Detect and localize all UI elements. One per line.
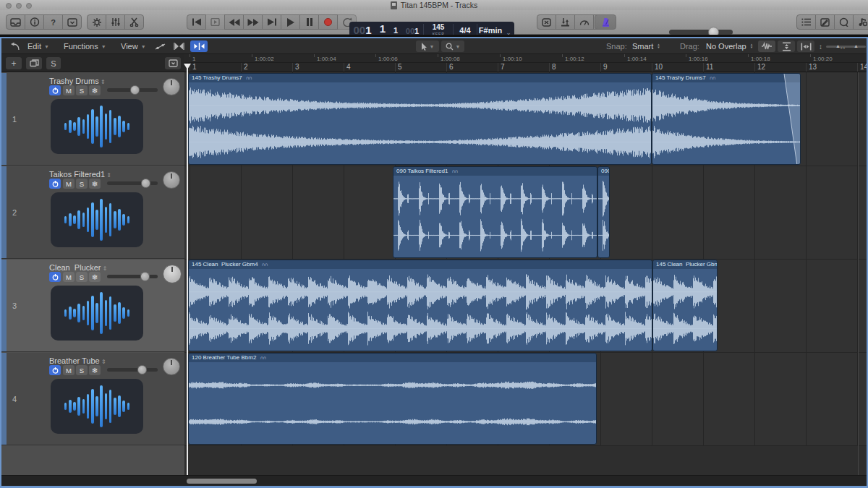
automation-icon[interactable] [153,40,168,52]
time-tick [252,54,252,57]
audio-region[interactable]: 145 Trashy Drums7∩∩ [652,73,801,165]
track-volume-slider[interactable] [107,181,158,185]
pan-knob[interactable] [163,358,180,375]
audio-region[interactable]: 145 Clean Plucker Gbm4∩∩ [188,260,652,351]
solo-button[interactable]: S [76,179,88,189]
mute-button[interactable]: M [63,365,75,375]
metronome-icon[interactable] [595,14,616,30]
horizontal-scrollbar[interactable] [1,475,867,486]
play-icon[interactable] [281,14,300,30]
fast-forward-icon[interactable] [243,14,263,30]
freeze-button[interactable]: ❄ [89,365,101,375]
drag-value-dropdown[interactable]: No Overlap ▲▼ [706,38,753,54]
catch-playhead-button[interactable] [190,40,208,52]
pan-knob[interactable] [163,171,180,189]
split-scissors-icon[interactable] [124,14,144,30]
horizontal-fit-button[interactable] [797,40,814,52]
track-header[interactable]: 3Clean Plucker ⇕MS❄ [1,260,184,352]
track-power-button[interactable] [49,85,61,95]
master-volume-slider[interactable] [669,30,733,35]
track-header[interactable]: 1Trashy Drums ⇕MS❄ [1,73,184,166]
apple-loops-icon[interactable] [834,14,854,30]
track-power-button[interactable] [49,272,61,282]
freeze-button[interactable]: ❄ [89,272,101,282]
track-name[interactable]: Clean Plucker ⇕ [49,263,107,272]
track-volume-slider[interactable] [107,275,158,278]
master-solo-button[interactable]: S [46,57,61,69]
solo-button[interactable]: S [76,365,88,375]
playhead-marker-icon[interactable] [184,64,191,69]
go-to-end-icon[interactable] [262,14,281,30]
track-volume-thumb[interactable] [130,85,140,95]
audio-region[interactable]: 145 Clean Plucker Gbm4∩∩ [652,260,718,351]
track-volume-slider[interactable] [107,368,158,372]
note-pads-icon[interactable] [815,14,835,30]
library-icon[interactable] [6,14,25,30]
track-name[interactable]: Taikos Filtered1 ⇕ [49,170,111,179]
track-volume-thumb[interactable] [141,179,150,188]
left-click-tool-menu[interactable]: ▼ [416,40,439,52]
settings-icon[interactable] [87,14,106,30]
horizontal-zoom-slider[interactable]: ▲ [847,46,866,48]
audio-region[interactable]: 145 Trashy Drums7∩∩ [188,73,652,165]
track-volume-thumb[interactable] [140,272,150,281]
vertical-auto-zoom-button[interactable] [778,40,795,52]
inspector-icon[interactable] [25,14,44,30]
playhead[interactable] [187,64,188,475]
list-editors-icon[interactable] [796,14,816,30]
horizontal-scrollbar-thumb[interactable] [187,479,257,484]
arrange-lanes[interactable]: 145 Trashy Drums7∩∩145 Trashy Drums7∩∩09… [184,72,867,475]
waveform-zoom-button[interactable] [758,40,775,52]
minimize-button[interactable] [16,3,22,9]
track-name[interactable]: Trashy Drums ⇕ [49,77,106,85]
record-icon[interactable] [318,14,338,30]
track-header[interactable]: 2Taikos Filtered1 ⇕MS❄ [1,166,184,259]
command-click-tool-menu[interactable]: ▼ [441,40,464,52]
view-menu[interactable]: View▼ [121,38,146,54]
traffic-lights[interactable] [6,3,32,9]
bar-ruler[interactable]: 11:00:021:00:041:00:061:00:081:00:101:00… [184,54,867,72]
rewind-icon[interactable] [224,14,244,30]
mute-button[interactable]: M [63,85,75,95]
track-volume-slider[interactable] [107,88,158,92]
functions-menu[interactable]: Functions▼ [64,38,106,54]
pan-knob[interactable] [163,265,182,283]
add-track-button[interactable]: + [6,57,22,69]
help-icon[interactable]: ? [43,14,63,30]
track-header-config-button[interactable] [165,57,181,69]
audio-region[interactable]: 120 Breather Tube Bbm2∩∩ [188,353,597,445]
back-arrow-icon[interactable] [10,38,20,54]
tuner-icon[interactable] [574,14,594,30]
track-power-button[interactable] [49,365,61,375]
fade-out-overlay[interactable] [783,74,800,164]
close-button[interactable] [6,3,12,9]
mute-button[interactable]: M [63,272,75,282]
media-browser-icon[interactable] [853,14,868,30]
edit-menu[interactable]: Edit▼ [27,38,49,54]
track-header[interactable]: 4Breather Tube ⇕MS❄ [1,353,184,445]
no-input-icon[interactable] [537,14,556,30]
audio-region[interactable]: 090 Taikos Filtered1∩∩ [393,166,597,258]
track-name[interactable]: Breather Tube ⇕ [49,356,106,365]
track-volume-thumb[interactable] [137,365,147,374]
freeze-button[interactable]: ❄ [89,179,101,189]
mixer-icon[interactable] [106,14,125,30]
play-from-selection-icon[interactable] [205,14,225,30]
flex-icon[interactable] [171,40,187,52]
pause-icon[interactable] [299,14,319,30]
pan-knob[interactable] [163,78,180,95]
track-power-button[interactable] [49,179,61,189]
snap-value-dropdown[interactable]: Smart ▲▼ [632,38,660,54]
solo-button[interactable]: S [76,85,88,95]
horizontal-zoom-thumb[interactable]: ▲ [854,43,859,50]
bar-tick [652,63,652,72]
audio-region[interactable]: 090 [597,166,610,258]
duplicate-track-button[interactable] [26,57,42,69]
zoom-button[interactable] [26,3,32,9]
mute-button[interactable]: M [63,179,75,189]
freeze-button[interactable]: ❄ [89,85,101,95]
solo-button[interactable]: S [76,272,88,282]
punch-icon[interactable] [556,14,575,30]
go-to-beginning-icon[interactable] [187,14,206,30]
quick-help-icon[interactable] [62,14,82,30]
